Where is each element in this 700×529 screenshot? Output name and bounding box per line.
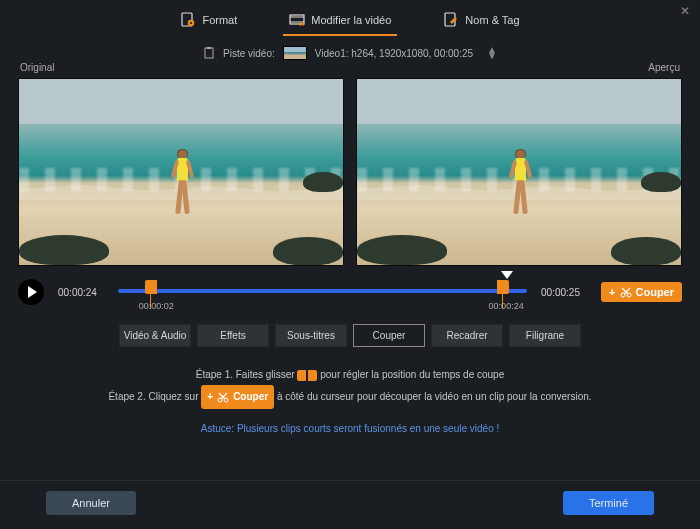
tab-format-label: Format bbox=[202, 14, 237, 26]
clipboard-icon bbox=[203, 47, 215, 59]
cut-button[interactable]: + Couper bbox=[601, 282, 682, 302]
original-video-pane bbox=[18, 78, 344, 266]
scissors-icon bbox=[217, 391, 229, 403]
subtab-effects[interactable]: Effets bbox=[197, 324, 269, 347]
help-tip: Astuce: Plusieurs clips courts seront fu… bbox=[30, 419, 670, 439]
cancel-button[interactable]: Annuler bbox=[46, 491, 136, 515]
footer: Annuler Terminé bbox=[0, 480, 700, 529]
cut-button-label: Couper bbox=[636, 286, 675, 298]
tab-name-tag-label: Nom & Tag bbox=[465, 14, 519, 26]
play-button[interactable] bbox=[18, 279, 44, 305]
handles-icon bbox=[297, 370, 317, 381]
subtab-watermark[interactable]: Filigrane bbox=[509, 324, 581, 347]
subtab-subtitles[interactable]: Sous-titres bbox=[275, 324, 347, 347]
tab-format[interactable]: Format bbox=[174, 8, 243, 36]
svg-point-2 bbox=[190, 22, 192, 24]
trim-right-time: 00:00:24 bbox=[489, 301, 524, 311]
svg-point-7 bbox=[302, 23, 305, 26]
preview-video-pane bbox=[356, 78, 682, 266]
track-stepper[interactable]: ▲▼ bbox=[487, 47, 497, 59]
svg-rect-10 bbox=[207, 47, 211, 49]
scissors-icon bbox=[620, 286, 632, 298]
gear-doc-icon bbox=[180, 12, 196, 28]
time-total: 00:00:25 bbox=[541, 287, 587, 298]
top-tabs: ✕ Format Modifier la vidéo Nom & Tag bbox=[0, 0, 700, 36]
time-current: 00:00:24 bbox=[58, 287, 104, 298]
tab-modify-label: Modifier la vidéo bbox=[311, 14, 391, 26]
subtab-video-audio[interactable]: Vidéo & Audio bbox=[119, 324, 191, 347]
original-label: Original bbox=[20, 62, 54, 73]
done-button[interactable]: Terminé bbox=[563, 491, 654, 515]
track-thumbnail bbox=[283, 46, 307, 60]
help-step2: Étape 2. Cliquez sur + Couper à côté du … bbox=[30, 385, 670, 409]
cut-button-inline: + Couper bbox=[201, 385, 274, 409]
sub-tabs: Vidéo & Audio Effets Sous-titres Couper … bbox=[0, 324, 700, 347]
tab-modify-video[interactable]: Modifier la vidéo bbox=[283, 8, 397, 36]
svg-point-6 bbox=[299, 23, 302, 26]
close-icon[interactable]: ✕ bbox=[680, 4, 690, 18]
film-cut-icon bbox=[289, 12, 305, 28]
tab-name-tag[interactable]: Nom & Tag bbox=[437, 8, 525, 36]
trim-left-time: 00:00:02 bbox=[139, 301, 174, 311]
help-panel: Étape 1. Faites glisser pour régler la p… bbox=[0, 347, 700, 445]
timeline-track[interactable]: 00:00:02 00:00:24 bbox=[118, 278, 527, 306]
pencil-doc-icon bbox=[443, 12, 459, 28]
preview-label: Aperçu bbox=[648, 62, 680, 73]
track-value[interactable]: Video1: h264, 1920x1080, 00:00:25 bbox=[315, 48, 473, 59]
track-label: Piste vidéo: bbox=[223, 48, 275, 59]
svg-rect-9 bbox=[205, 48, 213, 58]
help-step1: Étape 1. Faites glisser pour régler la p… bbox=[30, 365, 670, 385]
svg-rect-3 bbox=[290, 15, 304, 24]
timeline: 00:00:24 00:00:02 00:00:24 00:00:25 + Co… bbox=[0, 266, 700, 310]
preview-row bbox=[0, 76, 700, 266]
subtab-crop[interactable]: Recadrer bbox=[431, 324, 503, 347]
subtab-cut[interactable]: Couper bbox=[353, 324, 425, 347]
video-track-selector: Piste vidéo: Video1: h264, 1920x1080, 00… bbox=[0, 46, 700, 60]
